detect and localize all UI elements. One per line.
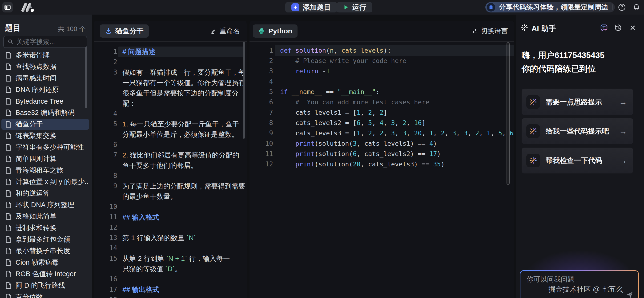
ai-chat-input[interactable]: 你可以问我问题 掘金技术社区 @ 七五幺	[520, 270, 639, 298]
switch-language-button[interactable]: 切换语言	[471, 25, 508, 37]
code-panel-header: Python 切换语言	[250, 21, 514, 42]
sidebar-item-label: 和的逆运算	[16, 189, 50, 198]
app-logo[interactable]	[20, 2, 36, 12]
line-number: 3	[250, 66, 273, 76]
problem-scrollbar[interactable]	[243, 42, 245, 139]
sidebar-item-label: 环状 DNA 序列整理	[16, 200, 74, 210]
editor-line: 15从第 2 行到第 `N + 1` 行，输入每一	[94, 253, 247, 264]
sidebar-item[interactable]: Base32 编码和解码	[2, 107, 89, 118]
editor-line: 18	[94, 295, 247, 298]
ai-suggestion-label: 需要一点思路提示	[546, 97, 602, 107]
editor-line: 11## 输入格式	[94, 212, 247, 222]
history-icon[interactable]	[613, 22, 623, 33]
sidebar-item-label: 阿 D 的飞行路线	[16, 281, 65, 290]
editor-line: 鱼干要多于他们的邻居。	[94, 160, 247, 171]
document-icon	[5, 282, 12, 289]
editor-line: 2 # Please write your code here	[250, 56, 514, 66]
line-number: 18	[94, 295, 117, 298]
run-button[interactable]: 运行	[336, 2, 372, 12]
problem-sidebar: 题目 共 100 个 关键字搜索... 多米诺骨牌查找热点数据病毒感染时间DNA…	[0, 14, 92, 298]
line-number: 7	[94, 150, 117, 160]
ai-suggestion-card[interactable]: 给我一些代码提示吧→	[522, 118, 633, 144]
sidebar-item[interactable]: 进制求和转换	[2, 223, 89, 233]
code-scrollbar[interactable]	[506, 42, 510, 185]
run-label: 运行	[352, 2, 366, 12]
line-number: 3	[94, 67, 117, 78]
add-problem-button[interactable]: 添加题目	[285, 2, 337, 12]
sidebar-item-label: 及格如此简单	[16, 212, 56, 221]
language-tab[interactable]: Python	[253, 24, 298, 38]
sidebar-item[interactable]: 猫鱼分干	[2, 119, 89, 130]
document-icon	[5, 86, 12, 93]
rename-button[interactable]: 重命名	[210, 25, 240, 37]
sidebar-item[interactable]: 及格如此简单	[2, 211, 89, 222]
line-content: 很多鱼干但是需要按下边的分配制度分	[122, 88, 238, 98]
arrow-right-icon: →	[619, 127, 627, 136]
bell-icon[interactable]	[631, 2, 642, 12]
ai-greeting-line2: 你的代码陪练已到位	[522, 62, 604, 75]
search-input[interactable]: 关键字搜索...	[3, 36, 87, 48]
sidebar-item[interactable]: 拿到最多红包金额	[2, 234, 89, 245]
line-number: 5	[250, 87, 273, 97]
line-content: return -1	[280, 66, 330, 76]
editor-line: 2	[94, 57, 247, 67]
sidebar-item[interactable]: Bytedance Tree	[2, 96, 89, 107]
editor-line: 一只猫都有一个等级值。你作为管理员有	[94, 78, 247, 88]
line-number: 12	[250, 159, 273, 169]
sidebar-item[interactable]: 字符串有多少种可能性	[2, 142, 89, 153]
problem-count: 共 100 个	[58, 24, 86, 33]
sidebar-item[interactable]: 计算位置 x 到 y 的最少...	[2, 176, 89, 187]
sidebar-item[interactable]: 多米诺骨牌	[2, 50, 89, 61]
line-number: 10	[94, 202, 117, 212]
editor-line: 11 print(solution(6, cats_levels2) == 17…	[250, 149, 514, 159]
sidebar-item[interactable]: 环状 DNA 序列整理	[2, 199, 89, 210]
code-panel: Python 切换语言 1def solution(n, cats_levels…	[250, 21, 514, 298]
sidebar-title: 题目	[5, 22, 21, 33]
sidebar-item-label: 猫鱼分干	[16, 120, 43, 129]
line-number: 1	[94, 46, 117, 57]
sidebar-item-label: Base32 编码和解码	[16, 108, 74, 118]
sidebar-item[interactable]: 病毒感染时间	[2, 73, 89, 84]
sidebar-item[interactable]: 链表聚集交换	[2, 131, 89, 141]
ai-panel-header: AI 助手	[516, 22, 644, 34]
sidebar-item[interactable]: DNA 序列还原	[2, 84, 89, 95]
line-number: 14	[94, 243, 117, 253]
sidebar-scrollbar[interactable]	[85, 47, 87, 108]
sidebar-item[interactable]: Cion 勒索病毒	[2, 257, 89, 268]
sidebar-item[interactable]: 最小替换子串长度	[2, 246, 89, 256]
line-content: 2. 猫比他们邻居有更高等级值的分配的	[122, 150, 239, 160]
problem-editor[interactable]: 1# 问题描述23假如有一群猫排成一行，要分配鱼干，每一只猫都有一个等级值。你作…	[94, 46, 247, 298]
document-icon	[5, 109, 12, 116]
line-number: 2	[94, 57, 117, 67]
problem-tab[interactable]: 猫鱼分干	[100, 24, 149, 38]
sidebar-item[interactable]: 和的逆运算	[2, 188, 89, 199]
sidebar-item[interactable]: 青海湖租车之旅	[2, 165, 89, 176]
sidebar-item[interactable]: 百分位数	[2, 292, 89, 298]
editor-line: 的最少鱼干数量。	[94, 191, 247, 202]
sidebar-item[interactable]: 查找热点数据	[2, 61, 89, 72]
new-chat-icon[interactable]	[599, 22, 609, 33]
sidebar-item[interactable]: 阿 D 的飞行路线	[2, 280, 89, 291]
close-icon[interactable]	[628, 22, 638, 33]
sidebar-item-label: DNA 序列还原	[16, 85, 59, 95]
line-content: if __name__ == "__main__":	[280, 87, 380, 97]
editor-line: 9为了满足上边的分配规则，需要得到需要	[94, 181, 247, 191]
sidebar-item[interactable]: RGB 色值转 Integer	[2, 269, 89, 280]
line-number: 12	[94, 222, 117, 233]
line-number: 2	[250, 56, 273, 66]
help-icon[interactable]	[617, 2, 627, 12]
promo-banner[interactable]: 分享代码练习体验，领限量定制周边	[485, 2, 615, 12]
ai-suggestion-card[interactable]: 帮我检查一下代码→	[522, 148, 633, 173]
ai-suggestion-card[interactable]: 需要一点思路提示→	[522, 89, 633, 115]
sparkle-burst-icon	[526, 95, 540, 109]
sidebar-toggle-button[interactable]	[2, 2, 13, 12]
editor-line: 51. 每一只猫至少要分配一斤鱼干，鱼干	[94, 119, 247, 129]
line-number: 11	[94, 212, 117, 222]
sidebar-item[interactable]: 简单四则计算	[2, 153, 89, 164]
code-editor[interactable]: 1def solution(n, cats_levels):2 # Please…	[250, 45, 514, 297]
line-number: 9	[250, 128, 273, 139]
editor-line: 只猫的等级值 `D`。	[94, 264, 247, 274]
sidebar-item-label: 拿到最多红包金额	[16, 235, 70, 244]
send-icon[interactable]	[624, 290, 634, 298]
sparkle-burst-icon	[526, 154, 540, 167]
